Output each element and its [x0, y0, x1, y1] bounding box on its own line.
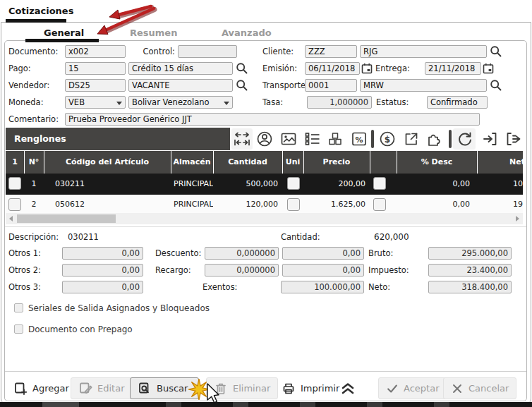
row-select-button[interactable] [8, 198, 21, 211]
transporte-search-icon[interactable] [490, 79, 502, 92]
table-row[interactable]: 2 050612 PRINCIPAL 120,000 1.625,00 0,00… [6, 196, 523, 214]
cantidad-total-label: Cantidad: [281, 232, 320, 242]
descuento-monto-input[interactable]: 0,00 [282, 247, 364, 260]
vendedor-code-input[interactable]: DS25 [65, 79, 126, 92]
grid-header: 1 N° Código del Artículo Almacén Cantida… [6, 151, 523, 174]
row-select-button[interactable] [8, 177, 21, 190]
transporte-label: Transporte: [262, 80, 308, 90]
otros3-label: Otros 3: [8, 282, 41, 292]
export-icon[interactable] [504, 130, 522, 148]
row-numero: 1 [24, 174, 44, 195]
scroll-right-icon[interactable] [516, 216, 519, 221]
neto-total-input[interactable]: 318.400,00 [428, 281, 512, 293]
recargo-monto-input[interactable]: 0,00 [282, 264, 364, 277]
descripcion-value: 030211 [68, 232, 99, 242]
comentario-input[interactable]: Prueba Proveedor Genérico JJT [65, 113, 480, 126]
transporte-name-input[interactable]: MRW [360, 79, 487, 92]
pago-code-input[interactable]: 15 [65, 62, 126, 75]
refresh-icon[interactable] [456, 130, 474, 148]
grid-col-neto[interactable]: Neto [509, 151, 523, 174]
entrega-input[interactable]: 21/11/2018 [425, 62, 481, 75]
editar-button[interactable]: Editar [71, 377, 133, 399]
otros1-input[interactable]: 0,00 [62, 247, 143, 260]
prepago-checkbox-label: Documento con Prepago [28, 324, 133, 334]
user-icon[interactable] [255, 130, 274, 148]
cliente-label: Cliente: [262, 47, 294, 56]
row-uni-button[interactable] [287, 198, 300, 211]
grid-col-almacen[interactable]: Almacén [171, 151, 213, 174]
descripcion-label: Descripción: [8, 232, 59, 242]
recargo-pct-input[interactable]: 0,000000 [205, 264, 279, 277]
aceptar-button[interactable]: Aceptar [378, 377, 447, 399]
currency-icon[interactable]: $ [378, 130, 397, 148]
window-tab-underline [6, 19, 66, 23]
seriales-checkbox[interactable] [14, 303, 23, 312]
neto-total-label: Neto: [368, 282, 390, 292]
descuento-pct-input[interactable]: 0,000000 [205, 247, 279, 260]
row-almacen: PRINCIPAL [171, 174, 213, 195]
moneda-name-select[interactable]: Bolivar Venezolano [128, 96, 233, 109]
grid-hscrollbar[interactable] [6, 213, 523, 224]
list-icon[interactable] [303, 130, 322, 148]
imprimir-button[interactable]: Imprimir [274, 377, 347, 399]
emision-label: Emisión: [262, 63, 297, 73]
percent-icon[interactable]: % [350, 130, 368, 148]
cancelar-button[interactable]: Cancelar [443, 377, 516, 399]
pago-name-input[interactable]: Crédito 15 días [128, 62, 233, 75]
grid-col-cantidad[interactable]: Cantidad [213, 151, 282, 174]
mouse-cursor [207, 384, 221, 406]
row-uni-button[interactable] [287, 177, 300, 190]
cliente-search-icon[interactable] [490, 45, 502, 58]
external-link-icon[interactable] [402, 130, 421, 148]
imprimir-label: Imprimir [301, 383, 339, 394]
table-row[interactable]: 1 030211 PRINCIPAL 500,000 200,00 0,00 1… [6, 174, 523, 195]
moneda-code-select[interactable]: VEB [65, 96, 126, 109]
tab-general[interactable]: General [44, 28, 84, 38]
pago-label: Pago: [8, 63, 31, 73]
row-almacen: PRINCIPAL [171, 196, 213, 213]
scroll-left-icon[interactable] [9, 216, 13, 221]
fit-columns-icon[interactable] [233, 130, 251, 148]
grid-col-uni[interactable]: Uni [282, 151, 303, 174]
agregar-button[interactable]: Agregar [6, 377, 77, 399]
row-extra-button[interactable] [373, 198, 386, 211]
row-cantidad: 500,000 [213, 174, 278, 195]
grid-col-numero[interactable]: N° [24, 151, 44, 174]
cliente-code-input[interactable]: ZZZ [305, 45, 357, 58]
collapse-chevrons-icon[interactable] [340, 381, 356, 395]
prepago-checkbox[interactable] [14, 324, 23, 334]
import-icon[interactable] [481, 130, 500, 148]
impuesto-input[interactable]: 23.400,00 [428, 264, 512, 277]
estatus-input[interactable]: Confirmado [427, 96, 488, 109]
grid-col-precio[interactable]: Precio [303, 151, 370, 174]
entrega-calendar-icon[interactable] [483, 63, 494, 74]
exentos-input[interactable]: 100.000,00 [281, 281, 364, 293]
control-input[interactable] [178, 45, 237, 58]
emision-input[interactable]: 06/11/2018 [305, 62, 360, 75]
row-extra-button[interactable] [373, 177, 386, 190]
pago-search-icon[interactable] [236, 62, 248, 75]
tasa-input[interactable]: 1,000000 [307, 96, 372, 109]
cliente-name-input[interactable]: RJG [360, 45, 487, 58]
plugin-icon[interactable] [425, 130, 443, 148]
products-icon[interactable] [326, 130, 344, 148]
grid-col-blank[interactable] [370, 151, 397, 174]
grid-col-codigo[interactable]: Código del Artículo [44, 151, 171, 174]
vendedor-search-icon[interactable] [236, 79, 248, 92]
image-icon[interactable] [279, 130, 298, 148]
otros2-input[interactable]: 0,00 [62, 264, 143, 277]
grid-col-select[interactable]: 1 [6, 151, 24, 174]
transporte-code-input[interactable]: 0001 [305, 79, 357, 92]
toolbar-separator [449, 130, 452, 148]
vendedor-name-input[interactable]: VACANTE [128, 79, 233, 92]
bruto-input[interactable]: 295.000,00 [428, 247, 512, 260]
scrollbar-thumb[interactable] [17, 214, 116, 223]
row-desc: 0,00 [397, 174, 470, 195]
window-tab-cotizaciones[interactable]: Cotizaciones [8, 6, 73, 16]
documento-input[interactable]: x002 [65, 45, 126, 58]
tab-avanzado[interactable]: Avanzado [222, 28, 272, 38]
grid-col-desc[interactable]: % Desc [397, 151, 477, 174]
editar-label: Editar [97, 383, 125, 394]
otros3-input[interactable]: 0,00 [62, 281, 143, 293]
emision-calendar-icon[interactable] [361, 63, 373, 74]
